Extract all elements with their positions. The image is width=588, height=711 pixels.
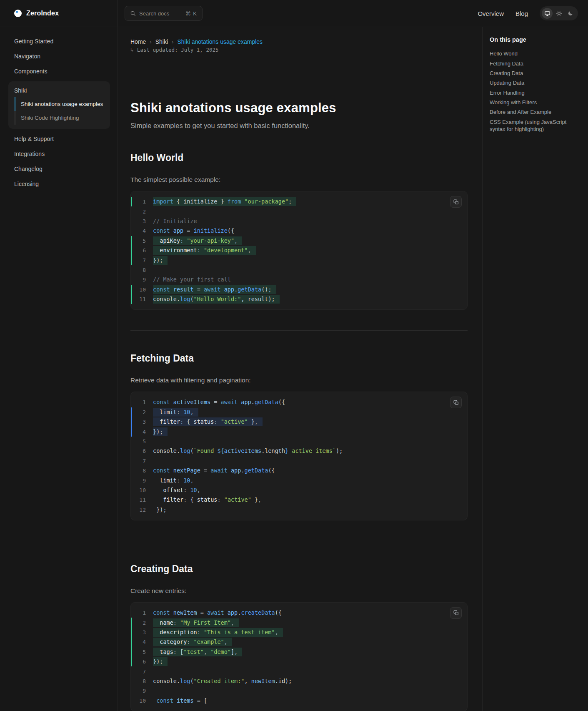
line-number: 3 [132,419,146,425]
token: : [214,418,220,425]
code-line: 10 offset: 10, [131,485,467,495]
code-text: const activeItems = await app.getData({ [153,398,285,407]
sidebar-group-shiki: ShikiShiki anotations usage examplesShik… [8,81,110,129]
code-text: filter: { status: "active" }, [153,495,261,504]
code-text: const result = await app.getData(); [153,285,276,294]
token: "your-api-key" [187,237,234,244]
monitor-icon[interactable] [542,8,553,19]
toc-item[interactable]: Updating Data [490,78,580,88]
section-divider [130,541,468,541]
token: : [217,496,224,503]
copy-icon[interactable] [450,196,462,208]
code-text: limit: 10, [153,408,198,417]
sidebar-item-getting-started[interactable]: Getting Started [0,34,118,49]
token: { [187,418,193,425]
token: console [153,296,177,302]
token [153,409,160,415]
line-number: 6 [132,658,146,665]
code-text: const app = initialize({ [153,226,234,235]
token: status [197,496,218,503]
line-number: 8 [132,267,146,273]
token: . [251,399,255,405]
token: createData [241,609,275,616]
token: ({ [278,399,285,405]
token: , [190,409,193,415]
token: ; [288,198,292,205]
token: : [187,638,193,645]
sidebar-item-changelog[interactable]: Changelog [0,161,118,176]
copy-icon[interactable] [450,607,462,619]
sidebar-item-integrations[interactable]: Integrations [0,146,118,161]
token [153,477,160,484]
toc-item[interactable]: Creating Data [490,68,580,78]
breadcrumb-item[interactable]: Shiki anotations usage examples [177,38,263,45]
sidebar-item-components[interactable]: Components [0,64,118,79]
token: : [183,487,190,493]
page-subtitle: Simple examples to get you started with … [130,121,468,130]
token: } [251,496,258,503]
token: import [153,198,173,205]
token [170,609,173,616]
header-nav: Overview Blog [478,10,528,17]
code-line: 9 [131,686,467,696]
toc-item[interactable]: Error Handling [490,88,580,98]
token: app [231,467,241,474]
token: log [180,678,190,684]
token: = [200,467,210,474]
sidebar-item-navigaton[interactable]: Navigaton [0,49,118,64]
moon-icon[interactable] [565,8,576,19]
toc-item[interactable]: Hello World [490,49,580,58]
code-text [153,207,156,216]
code-text: category: "example", [153,638,232,646]
code-line: 3 filter: { status: "active" }, [131,417,467,427]
code-line: 10const result = await app.getData(); [131,285,467,294]
line-number: 1 [132,198,146,205]
code-line: 8console.log("Created item:", newItem.id… [131,676,467,686]
token: offset [163,487,183,493]
token: = [183,227,193,234]
line-number: 3 [132,218,146,224]
logo-text: ZeroIndex [26,10,59,17]
code-text: }); [153,505,167,514]
token: : [173,619,180,626]
token: ( [190,447,193,454]
token: id [278,678,285,684]
toc-item[interactable]: Working with Filters [490,98,580,107]
token: const [153,227,170,234]
toc-item[interactable]: Before and After Example [490,107,580,117]
code-line: 7 [131,666,467,676]
line-number: 2 [132,209,146,215]
token: [ [180,648,183,655]
line-number: 5 [132,238,146,244]
token: "active" [221,418,248,425]
nav-link-overview[interactable]: Overview [478,10,504,17]
code-text: console.log("Hello World:", result); [153,295,280,304]
token: (); [261,286,271,293]
token: "active" [224,496,251,503]
token: activeItems [173,399,210,405]
sidebar-subitem[interactable]: Shiki anotations usage examples [15,97,110,111]
line-number: 5 [132,649,146,655]
token: result [248,296,268,302]
toc-item[interactable]: Fetching Data [490,58,580,68]
sidebar-item-help-support[interactable]: Help & Support [0,131,118,146]
breadcrumb: Home›Shiki›Shiki anotations usage exampl… [130,38,468,45]
toc-item[interactable]: CSS Example (using JavaScript syntax for… [490,117,580,134]
line-number: 10 [132,286,146,293]
copy-icon[interactable] [450,397,462,408]
sidebar-subitem[interactable]: Shiki Code Highlighting [15,111,110,125]
code-line: 7 [131,456,467,466]
breadcrumb-item[interactable]: Home [130,38,146,45]
token: "example" [194,638,224,645]
breadcrumb-item[interactable]: Shiki [155,38,168,45]
section-heading: Fetching Data [130,352,468,364]
token [170,399,173,405]
search-input[interactable]: Search docs ⌘ K [125,6,203,21]
sun-icon[interactable] [553,8,564,19]
logo[interactable]: ZeroIndex [0,0,118,27]
sidebar-item-licensing[interactable]: Licensing [0,176,118,191]
nav-link-blog[interactable]: Blog [515,10,528,17]
sidebar-item-shiki[interactable]: Shiki [8,83,110,97]
token: , [248,247,251,254]
return-arrow-icon: ↳ [130,47,134,53]
